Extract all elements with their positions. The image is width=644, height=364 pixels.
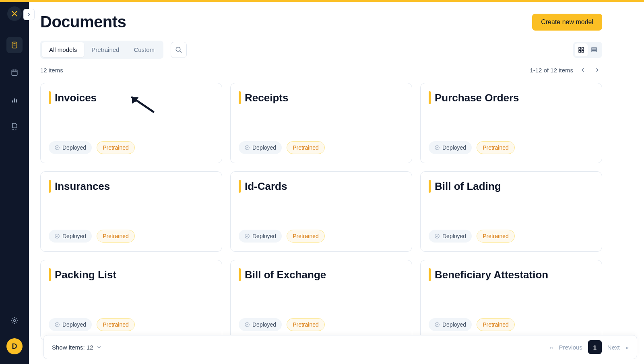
deployed-badge: Deployed — [49, 230, 92, 243]
pretrained-badge: Pretrained — [477, 230, 515, 243]
svg-point-11 — [14, 320, 16, 322]
chevron-right-icon — [594, 67, 600, 73]
chevron-down-icon — [97, 345, 101, 350]
previous-page-link[interactable]: Previous — [559, 344, 582, 351]
first-page-link[interactable]: « — [550, 344, 553, 351]
card-title: Bill of Exchange — [245, 269, 326, 281]
model-card[interactable]: InsurancesDeployedPretrained — [40, 171, 222, 252]
pretrained-badge: Pretrained — [97, 230, 135, 243]
tab-custom[interactable]: Custom — [126, 42, 162, 57]
sidebar-item-documents[interactable] — [6, 37, 23, 53]
svg-point-12 — [176, 47, 180, 51]
check-circle-icon — [54, 145, 60, 150]
check-circle-icon — [244, 145, 250, 150]
search-button[interactable] — [171, 42, 187, 58]
bar-chart-icon — [10, 96, 19, 104]
user-avatar[interactable]: D — [6, 338, 23, 354]
toolbar-left: All models Pretrained Custom — [40, 41, 187, 59]
pretrained-badge: Pretrained — [287, 141, 325, 154]
tab-all-models[interactable]: All models — [42, 42, 84, 57]
logo[interactable] — [7, 6, 22, 21]
sidebar-item-pdf[interactable]: PDF — [6, 119, 23, 135]
card-accent — [239, 268, 241, 281]
list-view-button[interactable] — [588, 43, 601, 56]
svg-text:PDF: PDF — [12, 128, 17, 131]
logo-icon — [11, 10, 18, 17]
deployed-badge: Deployed — [429, 318, 472, 331]
svg-point-28 — [245, 323, 250, 327]
page-title: Documents — [40, 13, 126, 31]
card-accent — [429, 180, 431, 193]
deployed-badge: Deployed — [239, 230, 282, 243]
model-card[interactable]: Purchase OrdersDeployedPretrained — [420, 83, 602, 163]
sidebar-item-settings[interactable] — [6, 313, 23, 329]
item-range: 1-12 of 12 items — [530, 67, 573, 74]
card-accent — [49, 91, 51, 104]
svg-line-13 — [180, 51, 182, 53]
filter-tabs: All models Pretrained Custom — [40, 41, 163, 59]
list-meta: 12 items 1-12 of 12 items — [40, 65, 602, 75]
model-card[interactable]: Bill of ExchangeDeployedPretrained — [230, 260, 412, 340]
sidebar-item-calendar[interactable] — [6, 64, 23, 80]
top-accent-bar — [0, 0, 644, 2]
sidebar-expand-button[interactable] — [23, 9, 35, 20]
tab-pretrained[interactable]: Pretrained — [84, 42, 126, 57]
item-count: 12 items — [40, 67, 63, 74]
card-title-row: Invoices — [49, 91, 214, 104]
svg-rect-16 — [579, 50, 581, 52]
pagination: « Previous 1 Next » — [550, 340, 629, 354]
next-page-link[interactable]: Next — [607, 344, 620, 351]
card-title-row: Insurances — [49, 180, 214, 193]
svg-point-29 — [435, 323, 440, 327]
sidebar-item-analytics[interactable] — [6, 92, 23, 108]
sidebar-nav: PDF — [6, 37, 23, 135]
deployed-badge: Deployed — [49, 318, 92, 331]
svg-rect-17 — [582, 50, 584, 52]
card-badges: DeployedPretrained — [239, 141, 404, 154]
card-title-row: Bill of Lading — [429, 180, 594, 193]
check-circle-icon — [244, 322, 250, 327]
deployed-badge: Deployed — [429, 230, 472, 243]
card-badges: DeployedPretrained — [429, 141, 594, 154]
create-model-button[interactable]: Create new model — [532, 14, 602, 31]
list-icon — [591, 47, 597, 53]
svg-point-26 — [435, 234, 440, 239]
svg-point-24 — [55, 234, 60, 239]
model-card[interactable]: Bill of LadingDeployedPretrained — [420, 171, 602, 252]
card-title: Bill of Lading — [435, 180, 501, 193]
card-badges: DeployedPretrained — [49, 141, 214, 154]
model-card[interactable]: Beneficiary AttestationDeployedPretraine… — [420, 260, 602, 340]
model-card[interactable]: Packing ListDeployedPretrained — [40, 260, 222, 340]
deployed-badge: Deployed — [239, 318, 282, 331]
gear-icon — [10, 317, 19, 325]
prev-page-arrow[interactable] — [578, 65, 588, 75]
model-card[interactable]: Id-CardsDeployedPretrained — [230, 171, 412, 252]
model-card[interactable]: ReceiptsDeployedPretrained — [230, 83, 412, 163]
svg-point-23 — [435, 146, 440, 150]
card-title: Insurances — [55, 180, 110, 193]
card-title: Packing List — [55, 269, 116, 281]
card-title: Invoices — [55, 92, 97, 104]
search-icon — [175, 46, 182, 53]
grid-icon — [578, 47, 584, 53]
chevron-right-icon — [27, 12, 31, 17]
view-toggle — [573, 42, 602, 58]
check-circle-icon — [434, 322, 440, 327]
card-accent — [429, 91, 431, 104]
pretrained-badge: Pretrained — [477, 318, 515, 331]
svg-rect-14 — [579, 47, 581, 49]
model-card[interactable]: InvoicesDeployedPretrained — [40, 83, 222, 163]
last-page-link[interactable]: » — [625, 344, 629, 351]
pretrained-badge: Pretrained — [287, 318, 325, 331]
svg-rect-20 — [592, 51, 597, 52]
next-page-arrow[interactable] — [592, 65, 602, 75]
page-number-current[interactable]: 1 — [588, 340, 602, 354]
grid-view-button[interactable] — [575, 43, 588, 56]
documents-icon — [10, 41, 19, 49]
show-items-dropdown[interactable]: Show items: 12 — [52, 344, 101, 351]
card-accent — [429, 268, 431, 281]
sidebar: PDF D — [0, 0, 29, 364]
avatar-initial: D — [12, 342, 17, 351]
card-title: Beneficiary Attestation — [435, 269, 548, 281]
card-accent — [49, 180, 51, 193]
